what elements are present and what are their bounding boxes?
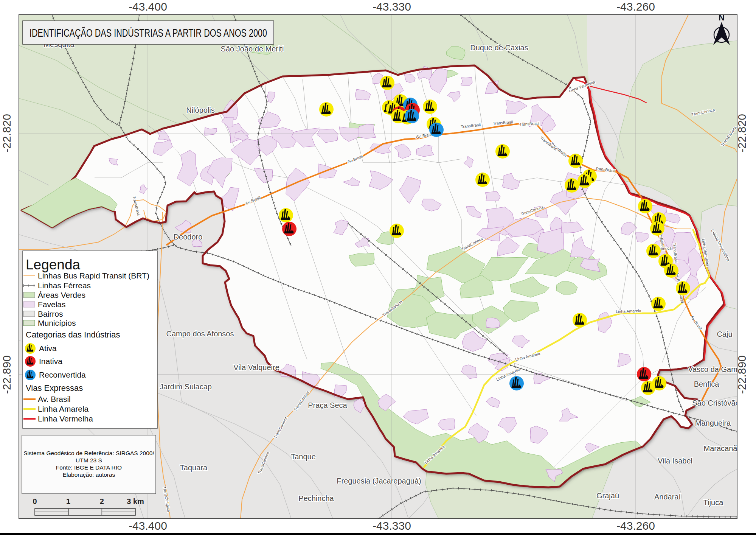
svg-text:2: 2 [100, 497, 104, 505]
svg-text:Linha Amarela: Linha Amarela [38, 404, 89, 413]
svg-text:Grajaú: Grajaú [596, 491, 619, 500]
svg-text:-43.400: -43.400 [129, 519, 167, 532]
svg-text:Taquara: Taquara [180, 463, 208, 472]
svg-text:Linha Amarela: Linha Amarela [616, 308, 641, 314]
svg-text:Deodoro: Deodoro [174, 233, 203, 241]
svg-text:Áreas Verdes: Áreas Verdes [38, 291, 85, 299]
svg-text:-43.260: -43.260 [616, 519, 655, 532]
svg-text:Benfica: Benfica [694, 380, 720, 388]
svg-text:Av. Brasil: Av. Brasil [38, 395, 71, 403]
svg-text:-43.330: -43.330 [373, 0, 411, 13]
svg-text:-22.890: -22.890 [736, 355, 748, 394]
svg-text:0: 0 [33, 497, 37, 505]
svg-text:N: N [719, 13, 725, 22]
svg-text:Favelas: Favelas [38, 300, 66, 309]
svg-text:-43.400: -43.400 [129, 0, 167, 13]
svg-text:Caju: Caju [717, 330, 732, 338]
svg-text:UTM 23 S: UTM 23 S [76, 457, 102, 463]
svg-text:Linhas Bus Rapid Transit (BRT): Linhas Bus Rapid Transit (BRT) [38, 271, 149, 280]
svg-text:3 km: 3 km [127, 497, 144, 505]
svg-text:-43.330: -43.330 [373, 519, 411, 532]
svg-text:Nilópolis: Nilópolis [186, 106, 215, 114]
svg-text:Inativa: Inativa [39, 357, 62, 365]
svg-text:São Cristóvão: São Cristóvão [692, 399, 740, 407]
svg-text:Praça Seca: Praça Seca [308, 401, 347, 409]
svg-text:Vias Expressas: Vias Expressas [26, 383, 83, 393]
svg-text:Reconvertida: Reconvertida [39, 370, 86, 379]
svg-text:-22.820: -22.820 [736, 114, 748, 152]
svg-text:Tijuca: Tijuca [703, 498, 723, 507]
svg-text:São João de Meriti: São João de Meriti [221, 45, 284, 53]
svg-text:Legenda: Legenda [26, 257, 80, 272]
svg-text:Vasco da Gama: Vasco da Gama [688, 365, 742, 373]
svg-text:Andaraí: Andaraí [654, 493, 681, 501]
svg-text:Campo dos Afonsos: Campo dos Afonsos [166, 330, 234, 338]
svg-text:Ativa: Ativa [39, 344, 57, 353]
svg-text:Bairros: Bairros [38, 309, 63, 318]
svg-text:Mangueira: Mangueira [695, 419, 731, 427]
svg-text:Sistema Geodésico de Referênci: Sistema Geodésico de Referência: SIRGAS … [23, 450, 154, 456]
svg-text:Categorias das Indústrias: Categorias das Indústrias [26, 330, 120, 339]
svg-text:Freguesia (Jacarepaguá): Freguesia (Jacarepaguá) [337, 477, 421, 485]
svg-text:Pechincha: Pechincha [298, 494, 334, 502]
svg-text:-22.820: -22.820 [0, 114, 13, 152]
svg-text:Duque de Caxias: Duque de Caxias [470, 44, 528, 52]
svg-text:-43.260: -43.260 [616, 0, 655, 13]
svg-text:Tanque: Tanque [291, 453, 316, 461]
svg-text:1: 1 [66, 497, 70, 505]
svg-text:Vila Valqueire: Vila Valqueire [233, 363, 279, 372]
svg-text:IDENTIFICAÇÃO DAS INDÚSTRIAS A: IDENTIFICAÇÃO DAS INDÚSTRIAS A PARTIR DO… [29, 26, 267, 39]
svg-text:Vila Isabel: Vila Isabel [658, 457, 692, 465]
svg-text:Elaboração: autoras: Elaboração: autoras [63, 471, 115, 478]
svg-text:Maracanã: Maracanã [704, 444, 738, 453]
svg-text:Jardim Sulacap: Jardim Sulacap [160, 383, 212, 391]
svg-text:Linha Vermelha: Linha Vermelha [38, 414, 93, 423]
svg-text:Municípios: Municípios [38, 319, 76, 327]
svg-text:-22.890: -22.890 [0, 355, 13, 394]
svg-text:Linhas Férreas: Linhas Férreas [38, 281, 91, 290]
svg-text:Fonte: IBGE E DATA RIO: Fonte: IBGE E DATA RIO [56, 464, 122, 471]
